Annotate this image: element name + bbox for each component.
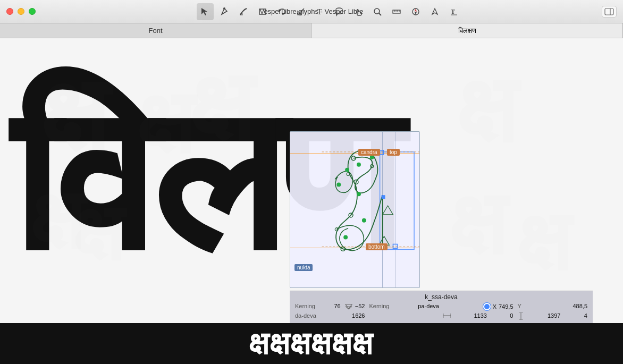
svg-point-39 (336, 182, 341, 187)
svg-marker-17 (415, 9, 417, 12)
ghost-7: क्ष (451, 171, 506, 277)
bottom-label: bottom (366, 243, 388, 250)
candra-label: candra (358, 149, 380, 156)
pen-tool[interactable] (216, 3, 233, 20)
window-controls (0, 8, 36, 15)
ruler-tool[interactable] (388, 3, 405, 20)
svg-rect-2 (240, 13, 243, 15)
preview-strip: क्षक्षक्षक्षक्षक्ष (0, 323, 623, 364)
ghost-1: क्ष (43, 54, 107, 179)
kerning-left-label: Kerning (295, 303, 315, 311)
svg-point-1 (223, 7, 225, 10)
width-value: 1133 (474, 312, 486, 321)
svg-rect-26 (380, 152, 414, 249)
main-canvas: विलण क्ष क्ष क्ष क्ष क्ष क्ष क्ष क्ष (0, 38, 623, 323)
ghost-6: क्ष (74, 187, 123, 281)
font-tab[interactable]: Font (0, 23, 312, 38)
kerning-left-row: Kerning 76 −52 (295, 303, 365, 311)
svg-point-36 (357, 163, 361, 167)
pa-deva-row (369, 312, 440, 321)
glyphs-tab[interactable]: विलक्षण (312, 23, 623, 38)
kerning-left-value: 76 −52 (334, 303, 365, 311)
ghost-4: क्ष (458, 54, 517, 166)
ghost-2: क्ष (138, 70, 193, 176)
da-deva-row: da-deva 1626 (295, 312, 365, 321)
titlebar: T T VesperLibre.glyphs - Vesper (0, 0, 623, 23)
glyph-editor-panel: candra top bottom nukta (290, 131, 420, 288)
r1-value: 0 (510, 312, 513, 321)
zoom-tool[interactable] (369, 3, 386, 20)
kerning-right-row: Kerning pa-deva (369, 303, 440, 311)
svg-point-38 (357, 192, 361, 196)
width-label (443, 312, 451, 321)
tabbar: Font विलक्षण (0, 23, 623, 38)
height-row: 1397 4 (518, 312, 588, 321)
height-value: 1397 (548, 312, 560, 321)
metrics-tool[interactable]: T (445, 3, 462, 20)
compass-tool[interactable] (407, 3, 424, 20)
window-title: VesperLibre.glyphs - Vesper Libre (259, 7, 363, 15)
da-deva-value: 1626 (352, 312, 365, 321)
top-label: top (387, 149, 400, 156)
svg-marker-28 (383, 206, 393, 215)
svg-marker-19 (432, 9, 437, 14)
svg-point-40 (362, 218, 366, 223)
svg-point-37 (345, 168, 349, 172)
y-coord-value: 488,5 (573, 303, 587, 311)
svg-rect-45 (393, 244, 397, 248)
svg-marker-0 (201, 8, 207, 15)
close-button[interactable] (6, 8, 13, 15)
minimize-button[interactable] (18, 8, 24, 15)
ghost-3: क्ष (191, 49, 253, 167)
svg-point-9 (374, 9, 380, 14)
preview-text: क्षक्षक्षक्षक्षक्ष (249, 325, 374, 362)
glyph-name: k_ssa-deva (295, 293, 587, 301)
sidebar-toggle-button[interactable] (602, 6, 617, 18)
y-coord-label: Y (518, 303, 521, 311)
svg-point-42 (370, 155, 374, 159)
brush-tool[interactable] (235, 3, 252, 20)
svg-rect-47 (382, 195, 385, 199)
maximize-button[interactable] (29, 8, 36, 15)
x-value: X 749,5 (483, 303, 513, 311)
x-coord-row: X 749,5 (443, 303, 513, 311)
da-deva-label: da-deva (295, 312, 316, 321)
width-row: 1133 0 (443, 312, 513, 321)
svg-text:T: T (451, 8, 455, 15)
svg-marker-18 (415, 12, 417, 15)
nukta-label: nukta (294, 264, 313, 271)
pointer-tool[interactable] (197, 3, 214, 20)
height-label (518, 312, 524, 321)
glyph-statusbar: k_ssa-deva Kerning 76 −52 Kerning pa-dev… (290, 291, 593, 323)
ghost-8: क्ष (518, 192, 570, 292)
statusbar-grid: Kerning 76 −52 Kerning pa-deva X 749,5 (295, 303, 587, 321)
svg-point-41 (343, 235, 348, 240)
r2-value: 4 (584, 312, 587, 321)
kerning-right-label: Kerning (369, 303, 390, 311)
svg-line-10 (379, 13, 381, 15)
anchor-tool[interactable] (426, 3, 443, 20)
svg-rect-22 (605, 9, 613, 15)
kerning-right-value: pa-deva (418, 303, 439, 311)
y-coord-row: Y 488,5 (518, 303, 588, 311)
